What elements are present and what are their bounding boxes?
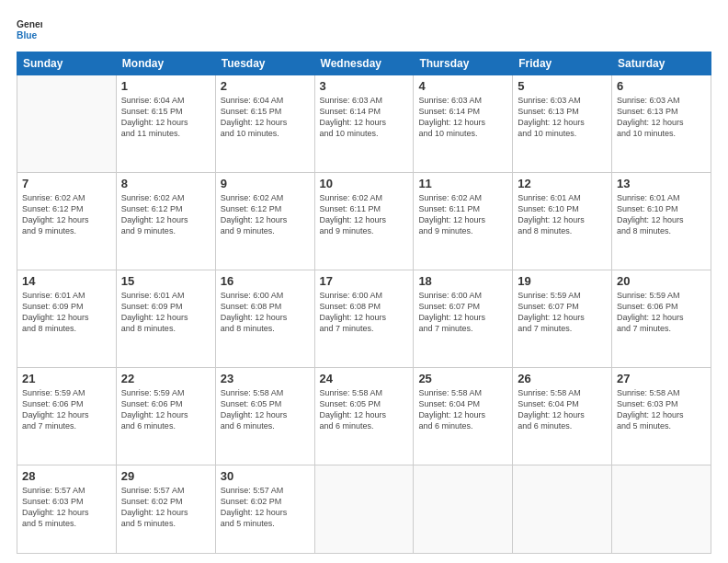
day-info: Sunrise: 6:03 AM Sunset: 6:13 PM Dayligh… [518,95,607,140]
day-number: 12 [518,177,607,190]
day-info: Sunrise: 5:58 AM Sunset: 6:04 PM Dayligh… [518,387,607,432]
logo-icon: General Blue [17,17,42,42]
day-number: 14 [22,274,111,288]
day-info: Sunrise: 6:01 AM Sunset: 6:10 PM Dayligh… [518,192,607,237]
day-info: Sunrise: 6:02 AM Sunset: 6:12 PM Dayligh… [121,192,210,237]
calendar-cell: 12Sunrise: 6:01 AM Sunset: 6:10 PM Dayli… [513,172,612,270]
header-monday: Monday [116,52,215,75]
svg-text:Blue: Blue [17,30,38,40]
day-number: 4 [418,79,507,93]
day-info: Sunrise: 6:00 AM Sunset: 6:08 PM Dayligh… [221,290,310,335]
day-number: 16 [221,274,310,288]
day-number: 8 [121,177,210,190]
day-info: Sunrise: 5:58 AM Sunset: 6:04 PM Dayligh… [418,387,507,432]
day-number: 2 [221,79,310,93]
calendar-cell: 16Sunrise: 6:00 AM Sunset: 6:08 PM Dayli… [215,270,314,367]
header-tuesday: Tuesday [215,52,314,75]
day-info: Sunrise: 6:02 AM Sunset: 6:11 PM Dayligh… [320,192,409,237]
calendar-cell: 30Sunrise: 5:57 AM Sunset: 6:02 PM Dayli… [215,465,314,553]
day-info: Sunrise: 6:02 AM Sunset: 6:12 PM Dayligh… [221,192,310,237]
day-info: Sunrise: 5:59 AM Sunset: 6:06 PM Dayligh… [22,387,111,432]
calendar-cell: 24Sunrise: 5:58 AM Sunset: 6:05 PM Dayli… [314,367,414,465]
calendar-cell: 28Sunrise: 5:57 AM Sunset: 6:03 PM Dayli… [17,465,117,553]
day-number: 1 [121,79,210,93]
day-info: Sunrise: 5:57 AM Sunset: 6:02 PM Dayligh… [121,485,210,530]
day-info: Sunrise: 6:02 AM Sunset: 6:11 PM Dayligh… [418,192,507,237]
calendar-cell: 17Sunrise: 6:00 AM Sunset: 6:08 PM Dayli… [314,270,414,367]
logo: General Blue [17,17,46,42]
day-info: Sunrise: 6:00 AM Sunset: 6:07 PM Dayligh… [418,290,507,335]
calendar-cell: 26Sunrise: 5:58 AM Sunset: 6:04 PM Dayli… [513,367,612,465]
day-number: 9 [221,177,310,190]
day-number: 11 [418,177,507,190]
calendar-cell: 29Sunrise: 5:57 AM Sunset: 6:02 PM Dayli… [116,465,215,553]
header-thursday: Thursday [414,52,513,75]
calendar-cell: 10Sunrise: 6:02 AM Sunset: 6:11 PM Dayli… [314,172,414,270]
day-info: Sunrise: 6:01 AM Sunset: 6:09 PM Dayligh… [121,290,210,335]
calendar-cell: 8Sunrise: 6:02 AM Sunset: 6:12 PM Daylig… [116,172,215,270]
day-number: 25 [418,372,507,385]
calendar-cell: 25Sunrise: 5:58 AM Sunset: 6:04 PM Dayli… [414,367,513,465]
day-number: 29 [121,469,210,483]
calendar-cell [612,465,711,553]
day-number: 10 [320,177,409,190]
day-info: Sunrise: 6:04 AM Sunset: 6:15 PM Dayligh… [121,95,210,140]
calendar-cell: 7Sunrise: 6:02 AM Sunset: 6:12 PM Daylig… [17,172,117,270]
day-info: Sunrise: 5:58 AM Sunset: 6:03 PM Dayligh… [617,387,706,432]
header-wednesday: Wednesday [314,52,414,75]
day-number: 15 [121,274,210,288]
day-number: 3 [320,79,409,93]
header-friday: Friday [513,52,612,75]
calendar-cell: 27Sunrise: 5:58 AM Sunset: 6:03 PM Dayli… [612,367,711,465]
calendar-cell [513,465,612,553]
calendar-cell: 1Sunrise: 6:04 AM Sunset: 6:15 PM Daylig… [116,75,215,173]
day-number: 17 [320,274,409,288]
day-number: 22 [121,372,210,385]
day-number: 20 [617,274,706,288]
calendar-cell: 9Sunrise: 6:02 AM Sunset: 6:12 PM Daylig… [215,172,314,270]
calendar-cell: 23Sunrise: 5:58 AM Sunset: 6:05 PM Dayli… [215,367,314,465]
day-info: Sunrise: 6:02 AM Sunset: 6:12 PM Dayligh… [22,192,111,237]
day-info: Sunrise: 5:57 AM Sunset: 6:02 PM Dayligh… [221,485,310,530]
day-number: 13 [617,177,706,190]
day-number: 7 [22,177,111,190]
day-info: Sunrise: 5:59 AM Sunset: 6:06 PM Dayligh… [617,290,706,335]
day-number: 6 [617,79,706,93]
day-info: Sunrise: 5:58 AM Sunset: 6:05 PM Dayligh… [221,387,310,432]
weekday-header-row: Sunday Monday Tuesday Wednesday Thursday… [17,52,711,75]
calendar-cell: 2Sunrise: 6:04 AM Sunset: 6:15 PM Daylig… [215,75,314,173]
calendar-page: General Blue Sunday Monday Tuesday Wedne… [0,0,728,563]
day-info: Sunrise: 5:59 AM Sunset: 6:06 PM Dayligh… [121,387,210,432]
calendar-cell: 13Sunrise: 6:01 AM Sunset: 6:10 PM Dayli… [612,172,711,270]
day-info: Sunrise: 6:03 AM Sunset: 6:14 PM Dayligh… [320,95,409,140]
calendar-cell: 3Sunrise: 6:03 AM Sunset: 6:14 PM Daylig… [314,75,414,173]
day-info: Sunrise: 6:04 AM Sunset: 6:15 PM Dayligh… [221,95,310,140]
day-number: 24 [320,372,409,385]
calendar-cell: 19Sunrise: 5:59 AM Sunset: 6:07 PM Dayli… [513,270,612,367]
calendar-cell: 20Sunrise: 5:59 AM Sunset: 6:06 PM Dayli… [612,270,711,367]
svg-text:General: General [17,19,42,29]
day-info: Sunrise: 5:59 AM Sunset: 6:07 PM Dayligh… [518,290,607,335]
day-info: Sunrise: 5:58 AM Sunset: 6:05 PM Dayligh… [320,387,409,432]
day-number: 26 [518,372,607,385]
day-number: 21 [22,372,111,385]
calendar-table: Sunday Monday Tuesday Wednesday Thursday… [17,52,711,554]
calendar-cell: 18Sunrise: 6:00 AM Sunset: 6:07 PM Dayli… [414,270,513,367]
day-info: Sunrise: 5:57 AM Sunset: 6:03 PM Dayligh… [22,485,111,530]
day-number: 19 [518,274,607,288]
day-number: 27 [617,372,706,385]
calendar-cell: 22Sunrise: 5:59 AM Sunset: 6:06 PM Dayli… [116,367,215,465]
day-number: 30 [221,469,310,483]
calendar-cell: 11Sunrise: 6:02 AM Sunset: 6:11 PM Dayli… [414,172,513,270]
calendar-cell: 5Sunrise: 6:03 AM Sunset: 6:13 PM Daylig… [513,75,612,173]
day-info: Sunrise: 6:03 AM Sunset: 6:13 PM Dayligh… [617,95,706,140]
calendar-cell: 4Sunrise: 6:03 AM Sunset: 6:14 PM Daylig… [414,75,513,173]
day-info: Sunrise: 6:03 AM Sunset: 6:14 PM Dayligh… [418,95,507,140]
day-number: 28 [22,469,111,483]
calendar-cell: 21Sunrise: 5:59 AM Sunset: 6:06 PM Dayli… [17,367,117,465]
calendar-cell [17,75,117,173]
day-number: 18 [418,274,507,288]
header-sunday: Sunday [17,52,117,75]
day-number: 5 [518,79,607,93]
page-header: General Blue [17,17,711,42]
